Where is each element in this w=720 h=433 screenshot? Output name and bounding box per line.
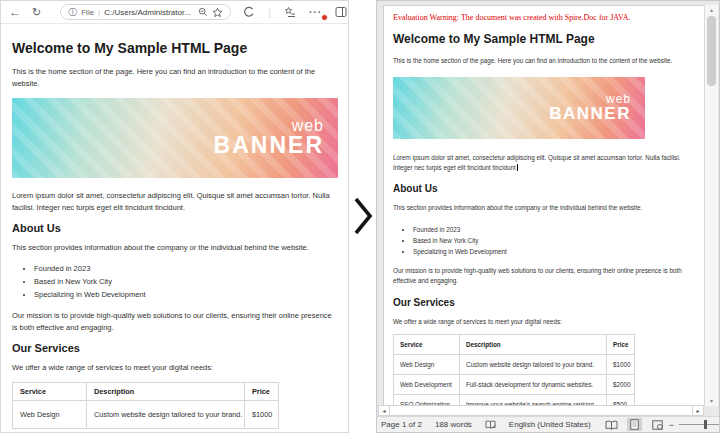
col-header: Service	[13, 383, 87, 401]
refresh-icon[interactable]: ↻	[32, 7, 41, 18]
doc-services-intro: We offer a wide range of services to mee…	[393, 317, 694, 327]
conversion-arrow-icon	[349, 193, 376, 239]
browser-toolbar: ← ↻ ⓘ File | C:/Users/Administrator... |	[1, 1, 348, 24]
scroll-down-icon[interactable]: ▾	[705, 396, 718, 406]
doc-services-table: Service Description Price Web Design Cus…	[393, 334, 635, 406]
vertical-scroll-thumb[interactable]	[707, 16, 716, 86]
address-bar[interactable]: ⓘ File | C:/Users/Administrator...	[60, 4, 231, 20]
collections-icon[interactable]	[284, 6, 296, 18]
text-cursor	[517, 164, 518, 171]
doc-services-heading: Our Services	[393, 297, 694, 308]
doc-about-paragraph: This section provides information about …	[393, 203, 694, 213]
url-separator: |	[98, 8, 100, 17]
col-header: Description	[87, 383, 245, 401]
doc-mission-paragraph: Our mission is to provide high-quality w…	[393, 266, 694, 286]
zoom-slider[interactable]	[679, 424, 720, 425]
lorem-paragraph: Lorem ipsum dolor sit amet, consectetur …	[12, 190, 338, 214]
zoom-out-button[interactable]: −	[669, 420, 674, 430]
vertical-scrollbar[interactable]: ▴ ▾	[704, 5, 718, 406]
banner-line2: BANNER	[214, 134, 324, 157]
mission-paragraph: Our mission is to provide high-quality w…	[12, 310, 338, 334]
doc-bullet-list: Founded in 2023 Based in New York City S…	[413, 224, 694, 257]
col-header: Service	[394, 335, 460, 355]
zoom-indicator-icon[interactable]	[198, 7, 208, 17]
services-table: Service Description Price Web Design Cus…	[12, 382, 279, 429]
about-heading: About Us	[12, 222, 338, 234]
sidebar-icon[interactable]	[335, 6, 347, 18]
notification-badge	[321, 14, 328, 21]
favorite-star-icon[interactable]	[212, 7, 223, 18]
browser-page: Welcome to My Sample HTML Page This is t…	[1, 24, 348, 429]
url-scheme-label: File	[81, 8, 94, 17]
list-item: Founded in 2023	[34, 262, 338, 275]
document-page: Evaluation Warning: The document was cre…	[383, 5, 704, 406]
table-row: Web Development Full-stack development f…	[394, 375, 635, 395]
list-item: Specializing in Web Development	[413, 246, 694, 257]
doc-lorem-paragraph: Lorem ipsum dolor sit amet, consectetur …	[393, 153, 694, 173]
banner-line2: BANNER	[549, 105, 631, 122]
horizontal-scroll-track[interactable]	[390, 406, 692, 415]
toolbar-divider: |	[268, 6, 271, 18]
toolbar-right-icons: | ···	[243, 6, 340, 18]
more-options-icon[interactable]: ···	[309, 7, 322, 18]
banner-text: web BANNER	[549, 93, 631, 123]
back-icon[interactable]: ←	[9, 6, 21, 18]
browser-essentials-icon[interactable]	[243, 6, 255, 18]
browser-window: ← ↻ ⓘ File | C:/Users/Administrator... |	[0, 0, 349, 433]
zoom-controls: − +	[669, 420, 720, 430]
intro-paragraph: This is the home section of the page. He…	[12, 66, 338, 90]
web-layout-icon[interactable]	[650, 418, 665, 431]
web-banner-image: web BANNER	[12, 98, 338, 178]
services-intro: We offer a wide range of services to mee…	[12, 362, 338, 374]
read-mode-icon[interactable]	[604, 418, 619, 431]
col-header: Description	[460, 335, 607, 355]
col-header: Price	[245, 383, 279, 401]
scroll-right-icon[interactable]: ▸	[692, 406, 703, 415]
proofing-icon[interactable]	[485, 420, 496, 430]
table-header-row: Service Description Price	[13, 383, 279, 401]
screenshot-root: ← ↻ ⓘ File | C:/Users/Administrator... |	[0, 0, 720, 433]
services-heading: Our Services	[12, 342, 338, 354]
table-row: Web Design Custom website design tailore…	[394, 355, 635, 375]
col-header: Price	[607, 335, 635, 355]
url-path: C:/Users/Administrator...	[104, 8, 194, 17]
about-bullet-list: Founded in 2023 Based in New York City S…	[34, 262, 338, 301]
doc-title: Welcome to My Sample HTML Page	[393, 32, 694, 46]
list-item: Founded in 2023	[413, 224, 694, 235]
scroll-up-icon[interactable]: ▴	[705, 5, 718, 15]
print-layout-icon[interactable]	[627, 418, 642, 431]
list-item: Specializing in Web Development	[34, 288, 338, 301]
about-paragraph: This section provides information about …	[12, 242, 338, 254]
page-indicator[interactable]: Page 1 of 2	[381, 420, 422, 429]
banner-text: web BANNER	[214, 118, 324, 158]
table-row: Web Design Custom website design tailore…	[13, 401, 279, 429]
site-info-icon[interactable]: ⓘ	[68, 6, 77, 19]
doc-intro-paragraph: This is the home section of the page. He…	[393, 56, 694, 66]
word-window: Evaluation Warning: The document was cre…	[376, 0, 720, 433]
scroll-left-icon[interactable]: ◂	[379, 406, 390, 415]
horizontal-scrollbar[interactable]: ◂ ▸	[378, 405, 704, 416]
language-indicator[interactable]: English (United States)	[509, 420, 591, 429]
doc-about-heading: About Us	[393, 183, 694, 194]
list-item: Based in New York City	[413, 235, 694, 246]
table-header-row: Service Description Price	[394, 335, 635, 355]
word-count[interactable]: 188 words	[435, 420, 472, 429]
web-banner-image: web BANNER	[393, 77, 645, 139]
evaluation-warning: Evaluation Warning: The document was cre…	[393, 13, 694, 22]
list-item: Based in New York City	[34, 275, 338, 288]
page-title: Welcome to My Sample HTML Page	[12, 40, 338, 56]
word-status-bar: Page 1 of 2 188 words English (United St…	[377, 416, 719, 432]
zoom-slider-thumb[interactable]	[704, 420, 707, 429]
view-switcher	[604, 418, 665, 431]
